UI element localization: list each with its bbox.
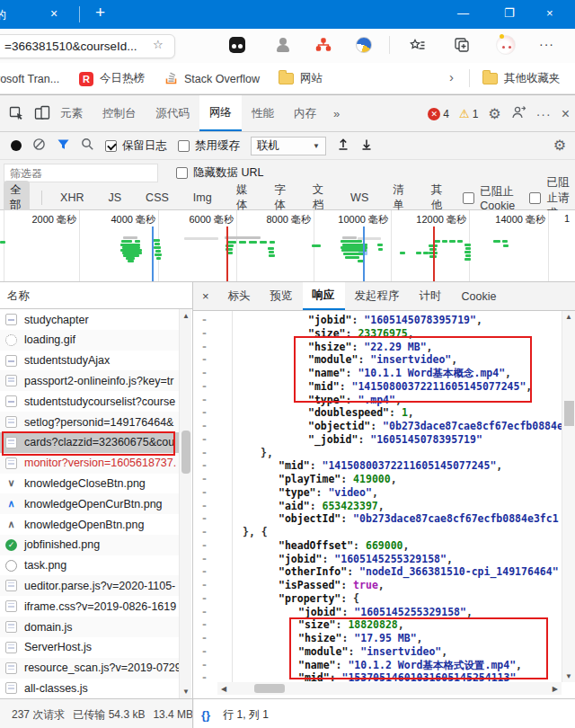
scroll-down-icon[interactable]: ▼ — [180, 688, 192, 696]
fold-marker-icon[interactable]: - — [201, 500, 208, 512]
fold-marker-icon[interactable]: - — [201, 671, 208, 682]
fold-marker-icon[interactable]: - — [201, 526, 208, 538]
request-row[interactable]: ∨knowledgeCloseBtn.png — [0, 473, 180, 493]
response-tab-发起程序[interactable]: 发起程序 — [345, 282, 410, 310]
response-tab-标头[interactable]: 标头 — [218, 282, 261, 310]
request-row[interactable]: resource_scan.js?v=2019-0729 — [0, 658, 180, 679]
response-tab-预览[interactable]: 预览 — [261, 282, 303, 310]
request-row[interactable]: monitor?version=1605618737. — [0, 453, 180, 474]
fold-marker-icon[interactable]: - — [201, 486, 208, 499]
fold-marker-icon[interactable]: - — [201, 512, 208, 525]
request-row[interactable]: ∧knowledgeOpenCurBtn.png — [0, 493, 180, 514]
request-row[interactable]: ServerHost.js — [0, 637, 180, 658]
filter-input[interactable] — [4, 164, 158, 182]
bookmark-item[interactable]: rosoft Tran... — [0, 63, 59, 94]
fold-marker-icon[interactable]: - — [201, 353, 208, 366]
tab-元素[interactable]: 元素 — [50, 95, 93, 131]
window-maximize-button[interactable]: ❐ — [504, 6, 515, 20]
fold-marker-icon[interactable]: - — [201, 553, 208, 565]
close-response-icon[interactable]: × — [193, 282, 218, 310]
throttling-dropdown[interactable]: 联机 ▼ — [251, 137, 326, 155]
scroll-up-icon[interactable]: ▲ — [180, 312, 192, 320]
request-row[interactable]: domain.js — [0, 617, 180, 637]
request-row[interactable]: loading.gif — [0, 330, 180, 351]
device-toolbar-icon[interactable] — [34, 105, 50, 121]
fold-marker-icon[interactable]: - — [201, 539, 208, 552]
search-icon[interactable] — [81, 138, 94, 154]
filter-type-Img[interactable]: Img — [187, 190, 218, 206]
scrollbar-thumb[interactable] — [181, 431, 190, 474]
bookmarks-overflow-chevron[interactable]: › — [449, 69, 454, 84]
console-error-badge[interactable]: ✕ 4 — [428, 108, 449, 120]
fold-marker-icon[interactable]: - — [201, 565, 208, 578]
tab-网络[interactable]: 网络 — [199, 95, 242, 131]
request-row[interactable]: cards?clazzid=32360675&cou — [0, 432, 180, 453]
response-vertical-scrollbar[interactable]: ▲ ▼ — [562, 311, 575, 682]
favorite-star-icon[interactable]: ☆ — [153, 38, 164, 51]
response-body-viewer[interactable]: -"jobid": "1605145078395719",-"size": 23… — [193, 311, 575, 682]
import-har-icon[interactable] — [337, 138, 349, 154]
network-settings-icon[interactable]: ⚙ — [553, 137, 566, 154]
hide-data-url-checkbox[interactable]: 隐藏数据 URL — [176, 165, 263, 181]
preserve-log-checkbox[interactable]: 保留日志 — [105, 138, 167, 154]
response-tab-计时[interactable]: 计时 — [410, 282, 452, 310]
record-network-log-button[interactable] — [11, 140, 22, 151]
response-tab-响应[interactable]: 响应 — [303, 282, 345, 310]
request-row[interactable]: ueditor.parse.js?v=2020-1105- — [0, 575, 180, 596]
tab-控制台[interactable]: 控制台 — [93, 95, 146, 131]
request-row[interactable]: task.png — [0, 555, 180, 576]
disable-cache-checkbox[interactable]: 禁用缓存 — [178, 138, 240, 154]
fold-marker-icon[interactable]: - — [201, 447, 208, 459]
fold-marker-icon[interactable]: - — [201, 394, 208, 406]
tab-性能[interactable]: 性能 — [242, 95, 284, 131]
window-close-button[interactable]: × — [546, 6, 553, 20]
request-row[interactable]: studentstudycourselist?course — [0, 391, 180, 412]
fold-marker-icon[interactable]: - — [201, 645, 208, 658]
fold-marker-icon[interactable]: - — [201, 341, 208, 353]
collections-icon[interactable] — [454, 37, 470, 53]
export-har-icon[interactable] — [360, 138, 373, 154]
tab-内存[interactable]: 内存 — [284, 95, 326, 131]
fold-marker-icon[interactable]: - — [201, 420, 208, 432]
bookmark-item[interactable]: 网站 — [279, 63, 323, 94]
request-row[interactable]: studentstudyAjax — [0, 351, 180, 371]
favorites-bar-icon[interactable] — [410, 37, 426, 53]
tab-close-icon[interactable]: × — [50, 6, 58, 21]
request-row[interactable]: studychapter — [0, 309, 180, 330]
tab-源代码[interactable]: 源代码 — [146, 95, 200, 131]
fold-marker-icon[interactable]: - — [201, 327, 208, 340]
request-list-header[interactable]: 名称 — [0, 282, 192, 309]
blocked-cookies-checkbox[interactable]: 已阻止 Cookie — [463, 184, 518, 212]
response-tab-Cookie[interactable]: Cookie — [452, 282, 507, 310]
scroll-up-icon[interactable]: ▲ — [562, 313, 575, 321]
console-warning-badge[interactable]: ⚠ 1 — [459, 107, 478, 120]
devtools-menu-icon[interactable]: ··· — [536, 107, 552, 121]
fold-marker-icon[interactable]: - — [201, 314, 208, 326]
address-bar[interactable]: =366381510&courseId... — [0, 34, 175, 58]
fold-marker-icon[interactable]: - — [201, 367, 208, 379]
scrollbar-thumb[interactable] — [254, 684, 285, 693]
request-row[interactable]: ∧knowledgeOpenBtn.png — [0, 514, 180, 535]
scroll-right-icon[interactable]: ▶ — [553, 685, 558, 693]
fold-marker-icon[interactable]: - — [201, 380, 208, 393]
scrollbar-thumb[interactable] — [564, 401, 574, 426]
remote-devices-icon[interactable] — [511, 105, 526, 123]
fold-marker-icon[interactable]: - — [201, 579, 208, 591]
devtools-close-icon[interactable]: × — [562, 106, 570, 122]
panda-extension-icon[interactable] — [229, 37, 245, 53]
browser-menu-icon[interactable]: ··· — [539, 37, 554, 51]
scroll-left-icon[interactable]: ◀ — [221, 685, 226, 693]
request-row[interactable]: iframe.css?v=2019-0826-1619 — [0, 596, 180, 617]
more-tabs-icon[interactable]: » — [326, 95, 347, 131]
request-row[interactable]: passport2-onlineinfo.js?key=tr — [0, 370, 180, 391]
inspect-element-icon[interactable] — [9, 105, 25, 121]
response-horizontal-scrollbar[interactable]: ◀ ▶ — [217, 682, 562, 695]
fold-marker-icon[interactable]: - — [201, 618, 208, 631]
fold-marker-icon[interactable]: - — [201, 632, 208, 644]
filter-type-JS[interactable]: JS — [102, 190, 128, 206]
request-row[interactable]: setlog?personid=149176464& — [0, 412, 180, 432]
window-minimize-button[interactable]: — — [457, 6, 469, 20]
scroll-down-icon[interactable]: ▼ — [562, 672, 575, 680]
sitemap-extension-icon[interactable] — [315, 37, 332, 53]
request-list-scrollbar[interactable]: ▲ ▼ — [179, 309, 191, 698]
